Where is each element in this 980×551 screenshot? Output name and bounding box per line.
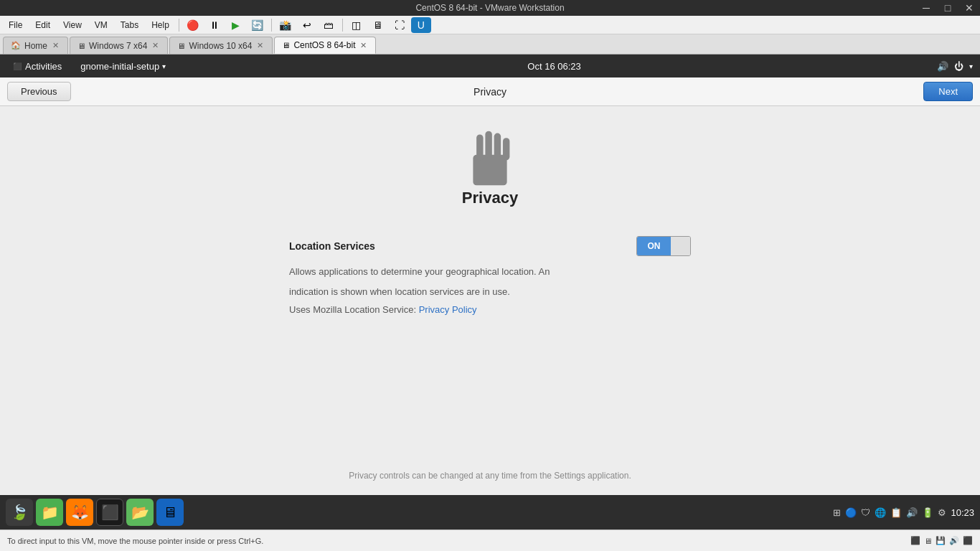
menu-file[interactable]: File bbox=[3, 19, 28, 32]
toolbar-console-icon[interactable]: 🖥 bbox=[368, 17, 388, 33]
toggle-on-label[interactable]: ON bbox=[637, 237, 671, 255]
location-description-line1: Allows applications to determine your ge… bbox=[289, 265, 691, 279]
menu-tabs[interactable]: Tabs bbox=[115, 19, 144, 32]
next-button[interactable]: Next bbox=[923, 82, 973, 101]
toolbar-revert-icon[interactable]: ↩ bbox=[297, 17, 317, 33]
svg-rect-1 bbox=[476, 134, 483, 160]
gnome-clock: Oct 16 06:23 bbox=[179, 61, 930, 72]
location-services-label: Location Services bbox=[289, 240, 375, 252]
svg-rect-2 bbox=[485, 131, 491, 159]
svg-rect-3 bbox=[494, 133, 501, 159]
menu-view[interactable]: View bbox=[57, 19, 88, 32]
toolbar-separator-1 bbox=[179, 19, 179, 32]
minimize-button[interactable]: ─ bbox=[915, 0, 937, 16]
tray-volume-icon[interactable]: 🔊 bbox=[906, 507, 918, 518]
tabs-bar: 🏠 Home ✕ 🖥 Windows 7 x64 ✕ 🖥 Windows 10 … bbox=[0, 34, 980, 55]
gnome-app-menu[interactable]: gnome-initial-setup ▾ bbox=[75, 58, 171, 75]
tab-win7[interactable]: 🖥 Windows 7 x64 ✕ bbox=[70, 37, 168, 54]
taskbar-app-firefox[interactable]: 🦊 bbox=[66, 499, 93, 526]
menu-edit[interactable]: Edit bbox=[29, 19, 56, 32]
tab-home-icon: 🏠 bbox=[11, 41, 21, 50]
tray-bluetooth-icon[interactable]: 🔵 bbox=[845, 507, 857, 518]
status-icon-5[interactable]: ⬛ bbox=[963, 536, 973, 545]
privacy-policy-link[interactable]: Privacy Policy bbox=[419, 304, 477, 315]
gnome-activities-button[interactable]: ⬛ Activities bbox=[7, 58, 67, 75]
gnome-tray-arrow[interactable]: ▾ bbox=[969, 62, 973, 70]
toolbar-fullscreen-icon[interactable]: ⛶ bbox=[390, 17, 410, 33]
location-services-row: Location Services ON bbox=[289, 236, 691, 256]
privacy-heading: Privacy bbox=[462, 189, 518, 207]
gnome-power-icon[interactable]: ⏻ bbox=[954, 61, 963, 72]
policy-prefix: Uses Mozilla Location Service: bbox=[289, 304, 416, 315]
taskbar-tray: ⊞ 🔵 🛡 🌐 📋 🔊 🔋 ⚙ 10:23 bbox=[833, 507, 974, 518]
gnome-setup-content: Previous Privacy Next Privacy Location S… bbox=[0, 77, 980, 495]
toolbar-pause-icon[interactable]: ⏸ bbox=[204, 17, 225, 33]
gnome-topbar: ⬛ Activities gnome-initial-setup ▾ Oct 1… bbox=[0, 55, 980, 77]
taskbar-app-mint[interactable]: 🍃 bbox=[6, 499, 33, 526]
policy-link-text: Uses Mozilla Location Service: Privacy P… bbox=[289, 304, 691, 315]
taskbar-app-terminal[interactable]: ⬛ bbox=[96, 499, 123, 526]
tray-icon-misc[interactable]: ⚙ bbox=[938, 507, 946, 518]
tray-clipboard-icon[interactable]: 📋 bbox=[890, 507, 902, 518]
tab-win10-close[interactable]: ✕ bbox=[255, 41, 265, 50]
taskbar-app-files[interactable]: 📁 bbox=[36, 499, 63, 526]
status-icon-1[interactable]: ⬛ bbox=[910, 536, 920, 545]
tab-win7-label: Windows 7 x64 bbox=[89, 41, 147, 51]
tab-win10-label: Windows 10 x64 bbox=[189, 41, 252, 51]
previous-button[interactable]: Previous bbox=[7, 82, 71, 101]
tab-centos-icon: 🖥 bbox=[282, 41, 290, 50]
tab-centos-label: CentOS 8 64-bit bbox=[293, 40, 355, 50]
tab-centos[interactable]: 🖥 CentOS 8 64-bit ✕ bbox=[274, 37, 376, 54]
menu-vm[interactable]: VM bbox=[89, 19, 113, 32]
location-services-toggle[interactable]: ON bbox=[636, 236, 691, 256]
title-bar: CentOS 8 64-bit - VMware Workstation ─ □… bbox=[0, 0, 980, 16]
menu-help[interactable]: Help bbox=[146, 19, 175, 32]
toolbar-refresh-icon[interactable]: 🔄 bbox=[248, 17, 268, 33]
gnome-activities-label: Activities bbox=[25, 61, 62, 72]
tab-centos-close[interactable]: ✕ bbox=[359, 41, 368, 50]
toolbar-separator-2 bbox=[271, 19, 272, 32]
restore-button[interactable]: □ bbox=[937, 0, 958, 16]
tab-win7-icon: 🖥 bbox=[77, 42, 85, 50]
footer-note: Privacy controls can be changed at any t… bbox=[349, 471, 631, 481]
setup-page-title: Privacy bbox=[473, 86, 507, 98]
toggle-off-area[interactable] bbox=[671, 237, 690, 255]
tray-network-icon[interactable]: 🌐 bbox=[875, 507, 886, 518]
toolbar-separator-3 bbox=[342, 19, 343, 32]
gnome-tray: 🔊 ⏻ ▾ bbox=[937, 61, 973, 72]
tab-win10-icon: 🖥 bbox=[177, 42, 185, 50]
toolbar-sidebar-icon[interactable]: ◫ bbox=[347, 17, 367, 33]
toolbar-play-icon[interactable]: ▶ bbox=[226, 17, 246, 33]
settings-section: Location Services ON Allows applications… bbox=[289, 236, 691, 315]
gnome-activities-dot: ⬛ bbox=[13, 62, 22, 70]
tab-home[interactable]: 🏠 Home ✕ bbox=[3, 37, 68, 54]
taskbar-app-vm[interactable]: 🖥 bbox=[156, 499, 184, 526]
toolbar-snapshot-mgr-icon[interactable]: 🗃 bbox=[319, 17, 339, 33]
gnome-datetime: Oct 16 06:23 bbox=[527, 61, 580, 72]
status-icon-2[interactable]: 🖥 bbox=[924, 537, 932, 545]
taskbar-clock: 10:23 bbox=[951, 507, 974, 518]
taskbar-app-manager[interactable]: 📂 bbox=[126, 499, 154, 526]
status-bar: To direct input to this VM, move the mou… bbox=[0, 529, 980, 551]
toolbar-unity-icon[interactable]: U bbox=[411, 17, 431, 33]
toolbar-snapshot-icon[interactable]: 📸 bbox=[275, 17, 296, 33]
status-icon-3[interactable]: 💾 bbox=[936, 536, 946, 545]
tray-battery-icon[interactable]: 🔋 bbox=[922, 507, 933, 518]
tray-icon-3[interactable]: 🛡 bbox=[861, 507, 870, 518]
tab-home-close[interactable]: ✕ bbox=[51, 41, 60, 50]
gnome-app-menu-arrow: ▾ bbox=[162, 62, 166, 70]
taskbar: 🍃 📁 🦊 ⬛ 📂 🖥 ⊞ 🔵 🛡 🌐 📋 🔊 🔋 ⚙ 10:23 bbox=[0, 495, 980, 529]
toolbar-power-icon[interactable]: 🔴 bbox=[183, 17, 203, 33]
setup-header: Previous Privacy Next bbox=[0, 77, 980, 106]
gnome-sound-icon[interactable]: 🔊 bbox=[937, 61, 948, 72]
close-button[interactable]: ✕ bbox=[958, 0, 980, 16]
status-icon-4[interactable]: 🔊 bbox=[949, 536, 959, 545]
tab-win10[interactable]: 🖥 Windows 10 x64 ✕ bbox=[169, 37, 273, 54]
tab-win7-close[interactable]: ✕ bbox=[151, 41, 160, 50]
menu-bar: File Edit View VM Tabs Help 🔴 ⏸ ▶ 🔄 📸 ↩ … bbox=[0, 16, 980, 34]
window-controls: ─ □ ✕ bbox=[915, 0, 980, 16]
svg-rect-4 bbox=[503, 138, 509, 160]
tray-icon-1[interactable]: ⊞ bbox=[833, 507, 841, 518]
window-title: CentOS 8 64-bit - VMware Workstation bbox=[415, 3, 564, 13]
status-message: To direct input to this VM, move the mou… bbox=[7, 537, 263, 545]
